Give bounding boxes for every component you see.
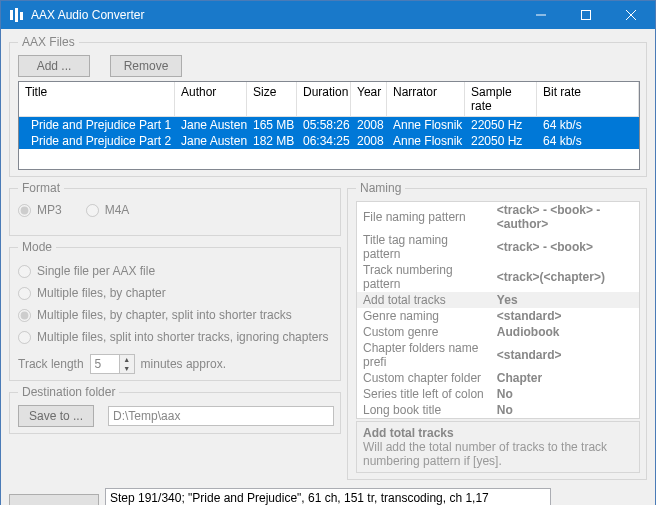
aax-files-legend: AAX Files: [18, 35, 79, 49]
naming-row[interactable]: Long book titleNo: [357, 402, 639, 418]
client-area: AAX Files Add ... Remove Title Author Si…: [1, 29, 655, 505]
maximize-button[interactable]: [563, 1, 608, 29]
window-title: AAX Audio Converter: [31, 8, 518, 22]
mode-opt2-radio[interactable]: Multiple files, by chapter: [18, 286, 334, 300]
app-icon: [9, 7, 25, 23]
tracklen-stepper[interactable]: ▲▼: [90, 354, 135, 374]
naming-row[interactable]: Track numbering pattern<track>(<chapter>…: [357, 262, 639, 292]
destination-legend: Destination folder: [18, 385, 119, 399]
files-table[interactable]: Title Author Size Duration Year Narrator…: [18, 81, 640, 170]
destination-path-field[interactable]: [108, 406, 334, 426]
svg-rect-4: [581, 11, 590, 20]
mode-opt4-radio[interactable]: Multiple files, split into shorter track…: [18, 330, 334, 344]
naming-group: Naming File naming pattern<track> - <boo…: [347, 181, 647, 480]
naming-row[interactable]: Custom chapter folderChapter: [357, 370, 639, 386]
naming-legend: Naming: [356, 181, 405, 195]
saveto-button[interactable]: Save to ...: [18, 405, 94, 427]
close-button[interactable]: [608, 1, 653, 29]
naming-row[interactable]: Title tag naming pattern<track> - <book>: [357, 232, 639, 262]
mode-opt3-radio[interactable]: Multiple files, by chapter, split into s…: [18, 308, 334, 322]
convert-button[interactable]: Convert: [9, 494, 99, 505]
table-row[interactable]: Pride and Prejudice Part 1Jane Austen165…: [19, 117, 639, 133]
remove-button[interactable]: Remove: [110, 55, 182, 77]
tracklen-suffix: minutes approx.: [141, 357, 226, 371]
svg-rect-0: [10, 10, 13, 20]
tracklen-input[interactable]: [91, 355, 119, 373]
mode-legend: Mode: [18, 240, 56, 254]
add-button[interactable]: Add ...: [18, 55, 90, 77]
aax-files-group: AAX Files Add ... Remove Title Author Si…: [9, 35, 647, 177]
naming-hint: Add total tracks Will add the total numb…: [356, 421, 640, 473]
col-sample[interactable]: Sample rate: [465, 82, 537, 117]
app-window: AAX Audio Converter AAX Files Add ... Re…: [0, 0, 656, 505]
status-text: Step 191/340; "Pride and Prejudice", 61 …: [105, 488, 551, 505]
col-duration[interactable]: Duration: [297, 82, 351, 117]
format-m4a-radio[interactable]: M4A: [86, 203, 130, 217]
tracklen-label: Track length: [18, 357, 84, 371]
col-bitrate[interactable]: Bit rate: [537, 82, 639, 117]
col-size[interactable]: Size: [247, 82, 297, 117]
col-narrator[interactable]: Narrator: [387, 82, 465, 117]
naming-grid[interactable]: File naming pattern<track> - <book> - <a…: [356, 201, 640, 419]
table-header[interactable]: Title Author Size Duration Year Narrator…: [19, 82, 639, 117]
svg-rect-2: [20, 12, 23, 20]
naming-row[interactable]: Chapter folders name prefi<standard>: [357, 340, 639, 370]
naming-row[interactable]: Add total tracksYes: [357, 292, 639, 308]
naming-row[interactable]: Custom genreAudiobook: [357, 324, 639, 340]
titlebar[interactable]: AAX Audio Converter: [1, 1, 655, 29]
mode-group: Mode Single file per AAX file Multiple f…: [9, 240, 341, 381]
col-author[interactable]: Author: [175, 82, 247, 117]
format-group: Format MP3 M4A: [9, 181, 341, 236]
svg-rect-1: [15, 8, 18, 22]
col-year[interactable]: Year: [351, 82, 387, 117]
mode-opt1-radio[interactable]: Single file per AAX file: [18, 264, 334, 278]
naming-row[interactable]: Genre naming<standard>: [357, 308, 639, 324]
format-mp3-radio[interactable]: MP3: [18, 203, 62, 217]
spin-up-icon[interactable]: ▲: [120, 355, 134, 364]
col-title[interactable]: Title: [19, 82, 175, 117]
minimize-button[interactable]: [518, 1, 563, 29]
table-row[interactable]: Pride and Prejudice Part 2Jane Austen182…: [19, 133, 639, 149]
naming-row[interactable]: File naming pattern<track> - <book> - <a…: [357, 202, 639, 232]
format-legend: Format: [18, 181, 64, 195]
destination-group: Destination folder Save to ...: [9, 385, 341, 434]
spin-down-icon[interactable]: ▼: [120, 364, 134, 373]
naming-row[interactable]: Series title left of colonNo: [357, 386, 639, 402]
